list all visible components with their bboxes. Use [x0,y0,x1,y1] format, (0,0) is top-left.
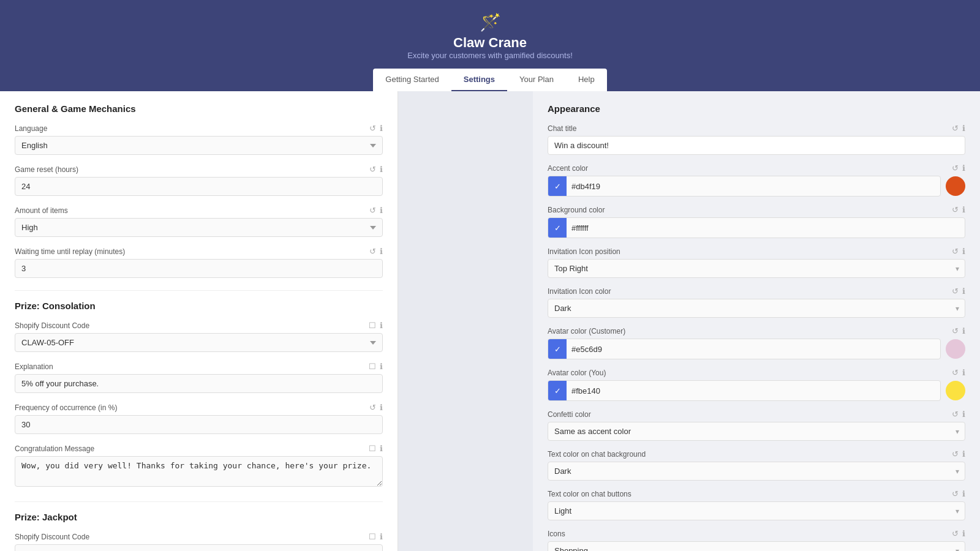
app-subtitle: Excite your customers with gamified disc… [0,51,980,60]
confetti-color-reset-icon[interactable]: ↺ [952,410,959,419]
invitation-position-reset-icon[interactable]: ↺ [952,247,959,256]
invitation-position-select[interactable]: Top Right Top Left Bottom Right Bottom L… [548,259,965,278]
language-label: Language [15,124,47,133]
invitation-position-info-icon[interactable]: ℹ [962,247,965,256]
text-chat-bg-label: Text color on chat background [548,450,646,459]
avatar-customer-check-btn[interactable]: ✓ [548,339,567,359]
left-panel: General & Game Mechanics Language ↺ ℹ En… [0,91,398,551]
background-color-input-wrap: ✓ [548,217,965,238]
language-info-icon[interactable]: ℹ [380,124,383,133]
confetti-color-select-row: Same as accent color Custom ▾ [548,422,965,441]
consolation-message-checkbox[interactable]: ☐ [369,444,376,453]
text-chat-buttons-select[interactable]: Light Dark [548,501,965,520]
jackpot-section: Prize: Jackpot Shopify Discount Code ☐ ℹ… [15,501,383,551]
avatar-customer-label: Avatar color (Customer) [548,327,625,335]
consolation-frequency-input[interactable] [15,415,383,434]
consolation-message-info-icon[interactable]: ℹ [380,444,383,453]
avatar-you-swatch[interactable] [946,381,965,400]
consolation-discount-info-icon[interactable]: ℹ [380,321,383,330]
chat-title-info-icon[interactable]: ℹ [962,124,965,133]
consolation-explanation-checkbox[interactable]: ☐ [369,362,376,371]
avatar-customer-input[interactable] [567,341,940,358]
accent-color-check-btn[interactable]: ✓ [548,176,567,196]
consolation-frequency-info-icon[interactable]: ℹ [380,403,383,412]
icons-reset-icon[interactable]: ↺ [952,529,959,538]
confetti-color-select[interactable]: Same as accent color Custom [548,422,965,441]
icons-label: Icons [548,530,565,538]
invitation-color-select-row: Dark Light ▾ [548,299,965,318]
background-color-info-icon[interactable]: ℹ [962,205,965,214]
chat-title-reset-icon[interactable]: ↺ [952,124,959,133]
accent-color-row: ✓ [548,176,965,197]
consolation-explanation-label: Explanation [15,362,53,371]
confetti-color-info-icon[interactable]: ℹ [962,410,965,419]
avatar-customer-swatch[interactable] [946,339,965,359]
language-icons: ↺ ℹ [369,124,383,133]
jackpot-discount-checkbox[interactable]: ☐ [369,532,376,541]
consolation-discount-select[interactable]: CLAW-05-OFF [15,333,383,352]
waiting-time-input[interactable] [15,259,383,278]
waiting-time-reset-icon[interactable]: ↺ [369,247,376,256]
invitation-color-label: Invitation Icon color [548,287,611,296]
jackpot-discount-info-icon[interactable]: ℹ [380,532,383,541]
amount-items-info-icon[interactable]: ℹ [380,206,383,215]
amount-items-reset-icon[interactable]: ↺ [369,206,376,215]
amount-items-label: Amount of items [15,206,68,215]
app-title: Claw Crane [0,35,980,51]
text-chat-bg-select[interactable]: Dark Light [548,462,965,481]
accent-color-reset-icon[interactable]: ↺ [952,163,959,173]
icons-info-icon[interactable]: ℹ [962,529,965,538]
text-chat-buttons-info-icon[interactable]: ℹ [962,489,965,498]
text-chat-buttons-reset-icon[interactable]: ↺ [952,489,959,498]
avatar-customer-info-icon[interactable]: ℹ [962,326,965,335]
nav-tabs: Getting Started Settings Your Plan Help [373,69,606,91]
avatar-you-check-btn[interactable]: ✓ [548,381,567,400]
game-reset-label: Game reset (hours) [15,165,78,174]
invitation-color-select[interactable]: Dark Light [548,299,965,318]
consolation-message-textarea[interactable]: Wow, you did very well! Thanks for takin… [15,456,383,487]
accent-color-input[interactable] [567,178,940,195]
avatar-customer-reset-icon[interactable]: ↺ [952,326,959,335]
consolation-frequency-reset-icon[interactable]: ↺ [369,403,376,412]
confetti-color-label: Confetti color [548,410,591,419]
tab-settings[interactable]: Settings [451,69,507,91]
consolation-explanation-input[interactable] [15,374,383,393]
icons-select[interactable]: Shopping Default Custom [548,541,965,551]
invitation-color-reset-icon[interactable]: ↺ [952,287,959,296]
consolation-discount-label: Shopify Discount Code [15,321,89,330]
background-color-check-btn[interactable]: ✓ [548,218,567,238]
confetti-color-field: Confetti color ↺ ℹ Same as accent color … [548,410,965,441]
avatar-customer-field: Avatar color (Customer) ↺ ℹ ✓ [548,326,965,359]
accent-color-swatch[interactable] [946,176,965,196]
text-chat-bg-reset-icon[interactable]: ↺ [952,449,959,459]
avatar-you-info-icon[interactable]: ℹ [962,368,965,377]
avatar-you-input[interactable] [567,383,940,399]
language-select[interactable]: English [15,136,383,155]
waiting-time-info-icon[interactable]: ℹ [380,247,383,256]
middle-spacer [398,91,533,551]
amount-items-select[interactable]: High Medium Low [15,218,383,237]
background-color-reset-icon[interactable]: ↺ [952,205,959,214]
chat-title-input[interactable] [548,136,965,155]
accent-color-info-icon[interactable]: ℹ [962,163,965,173]
background-color-input[interactable] [567,220,965,236]
tab-help[interactable]: Help [566,69,607,91]
language-reset-icon[interactable]: ↺ [369,124,376,133]
consolation-discount-checkbox[interactable]: ☐ [369,321,376,330]
waiting-time-field: Waiting time until replay (minutes) ↺ ℹ [15,247,383,278]
chat-title-label: Chat title [548,124,576,133]
game-reset-reset-icon[interactable]: ↺ [369,165,376,174]
tab-your-plan[interactable]: Your Plan [507,69,566,91]
consolation-explanation-info-icon[interactable]: ℹ [380,362,383,371]
jackpot-discount-select[interactable]: JACKPOT25 [15,544,383,551]
text-chat-bg-info-icon[interactable]: ℹ [962,449,965,459]
game-reset-input[interactable] [15,177,383,196]
invitation-color-info-icon[interactable]: ℹ [962,287,965,296]
avatar-you-row: ✓ [548,380,965,401]
avatar-you-reset-icon[interactable]: ↺ [952,368,959,377]
accent-color-input-wrap: ✓ [548,176,941,197]
tab-getting-started[interactable]: Getting Started [373,69,451,91]
consolation-title: Prize: Consolation [15,301,383,311]
language-field: Language ↺ ℹ English [15,124,383,155]
game-reset-info-icon[interactable]: ℹ [380,165,383,174]
